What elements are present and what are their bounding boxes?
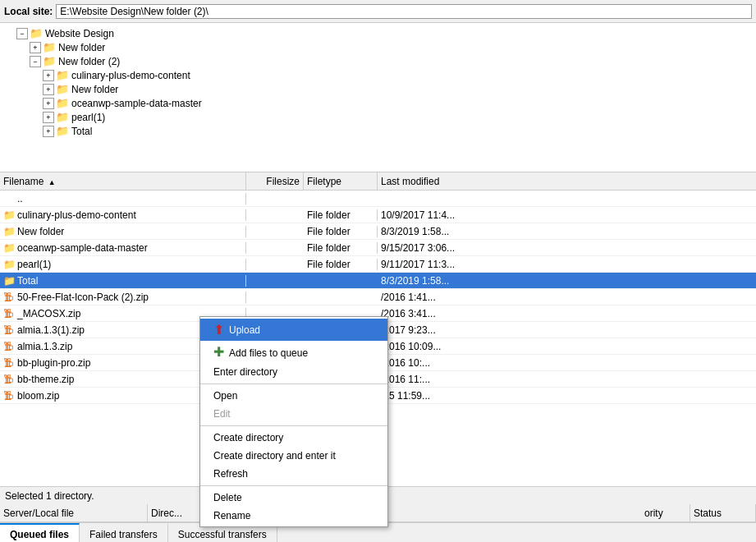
folder-icon: 📁 (56, 69, 69, 81)
folder-icon: 📁 (3, 275, 15, 287)
folder-icon: 📁 (3, 209, 15, 221)
context-menu-open[interactable]: Open (200, 387, 387, 405)
context-menu-upload[interactable]: ⬆ Upload (200, 319, 387, 341)
file-row-pearl[interactable]: 📁pearl(1) File folder 9/11/2017 11:3... (0, 256, 756, 273)
tab-queued-files[interactable]: Queued files (0, 523, 80, 542)
context-menu-delete[interactable]: Delete (200, 489, 387, 507)
expand-btn[interactable]: + (43, 70, 54, 81)
context-menu: ⬆ Upload ✚Add files to queue Enter direc… (199, 316, 388, 527)
tree-item-total[interactable]: + 📁 Total (0, 124, 756, 138)
zip-icon: 🗜 (3, 292, 15, 303)
ctx-separator-3 (200, 485, 387, 486)
folder-icon: 📁 (3, 242, 15, 254)
zip-icon: 🗜 (3, 374, 15, 385)
folder-icon: 📁 (43, 41, 56, 53)
ctx-separator-2 (200, 425, 387, 426)
zip-icon: 🗜 (3, 357, 15, 369)
bottom-col-direc: Direc... (148, 504, 205, 522)
file-list-header: Filename ▲ Filesize Filetype Last modifi… (0, 172, 756, 191)
file-row-oceanwp[interactable]: 📁oceanwp-sample-data-master File folder … (0, 240, 756, 256)
local-site-label: Local site: (4, 6, 53, 17)
tree-label: Website Design (45, 28, 114, 39)
col-header-lastmodified[interactable]: Last modified (378, 172, 484, 191)
folder-icon: 📁 (3, 259, 15, 270)
upload-arrow-icon: ⬆ (213, 322, 224, 338)
context-menu-add-files[interactable]: ✚Add files to queue (200, 341, 387, 363)
bottom-col-server: Server/Local file (0, 504, 148, 522)
context-menu-edit[interactable]: Edit (200, 405, 387, 423)
tree-label: New folder (58, 42, 105, 53)
tab-failed-transfers[interactable]: Failed transfers (80, 523, 168, 542)
bottom-col-status: Status (690, 504, 756, 522)
context-menu-create-dir-enter[interactable]: Create directory and enter it (200, 447, 387, 465)
col-header-filesize[interactable]: Filesize (246, 172, 304, 191)
expand-btn[interactable]: + (43, 98, 54, 109)
col-header-filename[interactable]: Filename ▲ (0, 172, 246, 191)
folder-icon: 📁 (43, 55, 56, 67)
tree-label: pearl(1) (71, 112, 105, 123)
zip-icon: 🗜 (3, 341, 15, 352)
folder-icon: 📁 (56, 125, 69, 137)
expand-btn[interactable]: + (43, 112, 54, 123)
status-text: Selected 1 directory. (5, 490, 94, 502)
tree-item-website-design[interactable]: − 📁 Website Design (0, 26, 756, 40)
expand-btn[interactable]: − (16, 28, 28, 39)
tree-label: culinary-plus-demo-content (71, 70, 190, 81)
file-list-area: Filename ▲ Filesize Filetype Last modifi… (0, 172, 756, 486)
col-header-filetype[interactable]: Filetype (304, 172, 378, 191)
folder-icon: 📁 (56, 83, 69, 95)
local-site-bar: Local site: (0, 0, 756, 23)
folder-icon: 📁 (3, 226, 15, 237)
dotdot-icon (3, 193, 15, 204)
zip-icon: 🗜 (3, 390, 15, 402)
tree-label: Total (71, 126, 92, 137)
tree-item-new-folder[interactable]: + 📁 New folder (0, 40, 756, 54)
expand-btn[interactable]: + (43, 126, 54, 137)
tree-item-pearl[interactable]: + 📁 pearl(1) (0, 110, 756, 124)
tree-label: New folder (2) (58, 56, 120, 67)
tree-item-new-folder-l2[interactable]: + 📁 New folder (0, 82, 756, 96)
directory-tree: − 📁 Website Design + 📁 New folder − 📁 Ne… (0, 23, 756, 172)
local-site-path-input[interactable] (56, 4, 752, 19)
tree-label: oceanwp-sample-data-master (71, 98, 202, 109)
expand-btn[interactable]: + (43, 84, 54, 95)
tree-label: New folder (71, 84, 118, 95)
zip-icon: 🗜 (3, 324, 15, 336)
tree-item-oceanwp[interactable]: + 📁 oceanwp-sample-data-master (0, 96, 756, 110)
bottom-col-ority: ority (641, 504, 690, 522)
context-menu-enter-dir[interactable]: Enter directory (200, 363, 387, 381)
file-row-culinary[interactable]: 📁culinary-plus-demo-content File folder … (0, 207, 756, 223)
context-menu-rename[interactable]: Rename (200, 507, 387, 525)
folder-icon: 📁 (30, 27, 43, 39)
ctx-separator-1 (200, 384, 387, 384)
tree-item-new-folder-2[interactable]: − 📁 New folder (2) (0, 54, 756, 68)
addfiles-dot-icon: ✚ (213, 345, 224, 359)
folder-icon: 📁 (56, 111, 69, 123)
context-menu-refresh[interactable]: Refresh (200, 465, 387, 483)
folder-icon: 📁 (56, 97, 69, 109)
file-row-zip1[interactable]: 🗜50-Free-Flat-Icon-Pack (2).zip /2016 1:… (0, 289, 756, 305)
file-row-dotdot[interactable]: .. (0, 191, 756, 207)
context-menu-create-dir[interactable]: Create directory (200, 429, 387, 447)
tree-item-culinary[interactable]: + 📁 culinary-plus-demo-content (0, 68, 756, 82)
zip-icon: 🗜 (3, 308, 15, 319)
expand-btn[interactable]: + (30, 42, 41, 53)
file-row-total[interactable]: 📁Total 8/3/2019 1:58... (0, 273, 756, 289)
expand-btn[interactable]: − (30, 56, 41, 67)
file-row-newfolder[interactable]: 📁New folder File folder 8/3/2019 1:58... (0, 223, 756, 240)
